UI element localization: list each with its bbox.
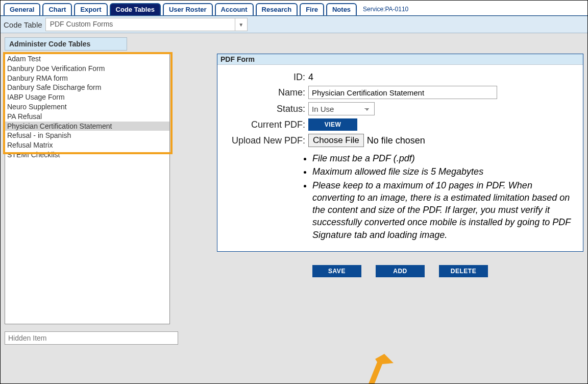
tab-notes[interactable]: Notes <box>326 3 357 15</box>
list-item[interactable]: PA Refusal <box>5 112 169 122</box>
note-item: Please keep to a maximum of 10 pages in … <box>312 179 577 241</box>
tab-export[interactable]: Export <box>74 3 107 15</box>
tab-account[interactable]: Account <box>215 3 254 15</box>
list-item[interactable]: Adam Test <box>5 54 169 64</box>
note-item: Maximum allowed file size is 5 Megabytes <box>312 165 577 178</box>
add-button[interactable]: ADD <box>376 265 425 277</box>
view-button[interactable]: VIEW <box>308 118 357 131</box>
upload-notes: File must be a PDF (.pdf) Maximum allowe… <box>312 152 577 241</box>
delete-button[interactable]: DELETE <box>439 265 488 277</box>
action-buttons: SAVE ADD DELETE <box>217 265 583 277</box>
status-select[interactable]: In Use <box>308 102 375 115</box>
tab-chart[interactable]: Chart <box>42 3 72 15</box>
code-table-label: Code Table <box>4 20 42 29</box>
status-label: Status: <box>224 104 305 114</box>
svg-marker-0 <box>359 354 394 384</box>
hidden-item-input[interactable] <box>5 331 178 345</box>
save-button[interactable]: SAVE <box>312 265 361 277</box>
file-status: No file chosen <box>367 135 425 146</box>
list-item[interactable]: Refusal Matrix <box>5 140 169 150</box>
code-table-select[interactable]: PDF Custom Forms ▼ <box>45 18 248 31</box>
tab-bar: General Chart Export Code Tables User Ro… <box>1 1 587 16</box>
tab-fire[interactable]: Fire <box>300 3 324 15</box>
list-item[interactable]: IABP Usage Form <box>5 92 169 102</box>
upload-label: Upload New PDF: <box>224 135 305 146</box>
current-pdf-label: Current PDF: <box>224 119 305 130</box>
list-item[interactable]: Physician Certification Statement <box>5 122 169 131</box>
tab-general[interactable]: General <box>4 3 40 15</box>
name-input[interactable] <box>308 86 497 99</box>
service-label: Service:PA-0110 <box>363 6 408 13</box>
tab-code-tables[interactable]: Code Tables <box>110 3 161 15</box>
name-label: Name: <box>224 87 305 98</box>
list-item[interactable]: Danbury Doe Verification Form <box>5 64 169 74</box>
list-item[interactable]: STEMI Checklist <box>5 150 169 160</box>
list-item[interactable]: Danbury RMA form <box>5 74 169 83</box>
list-item[interactable]: Refusal - in Spanish <box>5 131 169 140</box>
note-item: File must be a PDF (.pdf) <box>312 152 577 164</box>
left-column: Adam Test Danbury Doe Verification Form … <box>5 54 178 340</box>
choose-file-button[interactable]: Choose File <box>308 134 364 147</box>
tab-research[interactable]: Research <box>256 3 298 15</box>
code-table-value: PDF Custom Forms <box>46 18 235 31</box>
form-area: PDF Form ID: 4 Name: Status: In Use <box>217 54 583 340</box>
pdf-form-panel: PDF Form ID: 4 Name: Status: In Use <box>217 54 583 252</box>
administer-panel-title: Administer Code Tables <box>5 37 127 51</box>
code-table-row: Code Table PDF Custom Forms ▼ <box>1 16 587 33</box>
chevron-down-icon[interactable]: ▼ <box>235 18 247 31</box>
code-list[interactable]: Adam Test Danbury Doe Verification Form … <box>5 54 170 324</box>
id-value: 4 <box>308 72 313 83</box>
id-label: ID: <box>224 72 305 83</box>
tab-user-roster[interactable]: User Roster <box>163 3 213 15</box>
annotation-arrow-icon <box>354 354 400 384</box>
pdf-panel-title: PDF Form <box>217 54 583 65</box>
list-item[interactable]: Danbury Safe Discharge form <box>5 83 169 92</box>
list-item[interactable]: Neuro Supplement <box>5 102 169 112</box>
